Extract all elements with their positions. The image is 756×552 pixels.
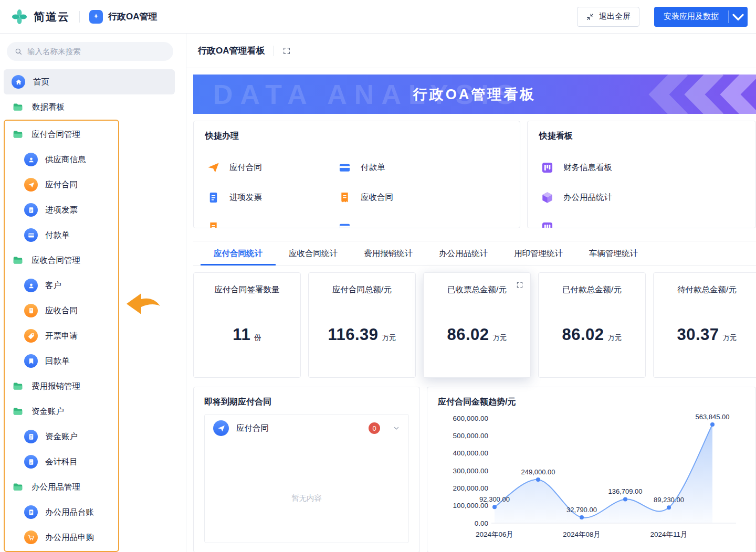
quick-boards-card: 快捷看板 财务信息看板办公用品统计: [527, 121, 756, 228]
sidebar-app-item[interactable]: 应收合同: [7, 298, 116, 323]
tag-icon: [24, 329, 38, 343]
stat-title: 已收票总金额/元: [424, 284, 530, 295]
receipt-icon: [337, 189, 352, 205]
quick-item[interactable]: 应付合同: [205, 160, 337, 175]
quick-item[interactable]: 付款单: [337, 160, 468, 175]
stat-title: 待付款总金额/元: [654, 284, 756, 295]
svg-text:2024年11月: 2024年11月: [650, 530, 687, 538]
search-input[interactable]: [27, 47, 166, 56]
sidebar-app-item[interactable]: 开票申请: [7, 323, 116, 348]
sidebar-item-home[interactable]: 首页: [4, 69, 175, 94]
doc-icon: [24, 505, 38, 519]
sidebar-app-item[interactable]: 办公用品台账: [7, 500, 116, 525]
stat-unit: 万元: [608, 333, 622, 343]
card-title: 应付合同金额趋势/元: [438, 397, 745, 408]
svg-text:200,000.00: 200,000.00: [453, 484, 488, 492]
sidebar-app-item[interactable]: 资金账户: [7, 424, 116, 449]
svg-text:600,000.00: 600,000.00: [453, 415, 488, 422]
sidebar-app-item[interactable]: 办公用品申购: [7, 525, 116, 550]
board-icon: [539, 219, 555, 228]
sidebar-item-label: 开票申请: [45, 331, 78, 342]
sidebar-app-item[interactable]: 付款单: [7, 222, 116, 248]
empty-state-text: 暂无内容: [205, 493, 408, 503]
expiring-row-label: 应付合同: [236, 423, 361, 434]
stat-value: 11: [233, 325, 250, 344]
sidebar-item-databoard[interactable]: 数据看板: [4, 94, 175, 120]
sidebar-item-label: 进项发票: [45, 205, 78, 216]
fullscreen-icon[interactable]: [282, 47, 291, 55]
sidebar-app-item[interactable]: 客户: [7, 273, 116, 298]
sidebar-item-label: 应收合同: [45, 305, 78, 316]
sidebar-item-label: 数据看板: [32, 102, 65, 113]
chevron-down-icon[interactable]: [393, 424, 400, 432]
stat-card[interactable]: 应付合同总额/元116.39万元: [308, 272, 416, 378]
stat-card[interactable]: 待付款总金额/元30.37万元: [653, 272, 756, 378]
card-icon: [24, 228, 38, 242]
quick-item-partial[interactable]: [337, 219, 468, 228]
search-box[interactable]: [7, 42, 173, 61]
sidebar-app-item[interactable]: 回款单: [7, 348, 116, 374]
sidebar-folder-item[interactable]: 办公用品管理: [7, 474, 116, 500]
card-title: 即将到期应付合同: [204, 397, 409, 408]
tab-4[interactable]: 用印管理统计: [501, 241, 576, 265]
tab-2[interactable]: 费用报销统计: [351, 241, 426, 265]
tab-0[interactable]: 应付合同统计: [201, 241, 276, 265]
sidebar-item-label: 应付合同: [45, 179, 78, 190]
topbar-actions: 退出全屏 安装应用及数据: [577, 7, 748, 27]
sidebar-folder-item[interactable]: 资金账户: [7, 399, 116, 424]
folder-icon: [12, 128, 24, 141]
expiring-list-row[interactable]: 应付合同 0: [205, 415, 408, 442]
tab-1[interactable]: 应收合同统计: [276, 241, 351, 265]
fullscreen-icon[interactable]: [516, 281, 523, 289]
sidebar-folder-item[interactable]: 费用报销管理: [7, 374, 116, 399]
chevron-down-icon[interactable]: [729, 7, 748, 27]
svg-text:0.00: 0.00: [475, 519, 488, 527]
svg-text:136,709.00: 136,709.00: [608, 487, 642, 495]
tab-3[interactable]: 办公用品统计: [426, 241, 501, 265]
quick-item[interactable]: 办公用品统计: [539, 189, 744, 205]
jiandaoyun-logo-icon: [10, 8, 28, 26]
quick-item-label: 进项发票: [229, 192, 262, 203]
sidebar-app-item[interactable]: 会计科目: [7, 449, 116, 474]
sidebar-app-item[interactable]: 应付合同: [7, 172, 116, 197]
quick-item[interactable]: 应收合同: [337, 189, 468, 205]
sidebar-item-label: 办公用品申购: [45, 532, 94, 543]
search-icon: [14, 47, 23, 56]
svg-text:500,000.00: 500,000.00: [453, 432, 488, 440]
quick-item[interactable]: 财务信息看板: [539, 160, 744, 175]
trend-line-chart: 0.00100,000.00200,000.00300,000.00400,00…: [438, 410, 745, 549]
bookmark-icon: [24, 354, 38, 368]
quick-item-label: 应收合同: [361, 192, 393, 203]
folder-icon: [12, 101, 24, 113]
exit-fullscreen-button[interactable]: 退出全屏: [577, 7, 639, 27]
quick-item-partial[interactable]: [205, 219, 337, 228]
sidebar-app-item[interactable]: 进项发票: [7, 197, 116, 222]
dashboard-content: DATA ANALYSIS 行政OA管理看板 快捷办理 应付合同付款单进项发票应…: [186, 68, 756, 552]
person-icon: [24, 279, 38, 292]
svg-text:400,000.00: 400,000.00: [453, 449, 488, 457]
install-app-button[interactable]: 安装应用及数据: [654, 7, 748, 27]
stat-card[interactable]: 已收票总金额/元86.02万元: [423, 272, 531, 378]
stat-card[interactable]: 应付合同签署数量11份: [193, 272, 301, 378]
send-icon: [213, 420, 229, 436]
page-title: 行政OA管理看板: [198, 45, 265, 57]
sidebar-folder-item[interactable]: 应付合同管理: [7, 122, 116, 147]
stat-card[interactable]: 已付款总金额/元86.02万元: [538, 272, 646, 378]
stat-title: 应付合同签署数量: [194, 284, 300, 295]
quick-item[interactable]: 进项发票: [205, 189, 337, 205]
receipt-icon: [24, 304, 38, 317]
folder-icon: [12, 481, 24, 493]
app-name: 行政OA管理: [108, 10, 158, 23]
tab-5[interactable]: 车辆管理统计: [576, 241, 651, 265]
sidebar-folder-item[interactable]: 应收合同管理: [7, 248, 116, 273]
stat-unit: 万元: [382, 333, 396, 343]
sidebar-highlight-group: 应付合同管理供应商信息应付合同进项发票付款单应收合同管理客户应收合同开票申请回款…: [4, 120, 119, 552]
quick-actions-grid: 应付合同付款单进项发票应收合同: [205, 160, 508, 228]
sidebar-item-label: 办公用品管理: [32, 482, 80, 493]
card-icon: [337, 160, 352, 175]
compress-icon: [586, 13, 594, 21]
sidebar-app-item[interactable]: 供应商信息: [7, 147, 116, 172]
quick-item-label: 办公用品统计: [563, 192, 612, 203]
brand-name: 简道云: [34, 9, 70, 24]
quick-item-partial[interactable]: [539, 219, 744, 228]
